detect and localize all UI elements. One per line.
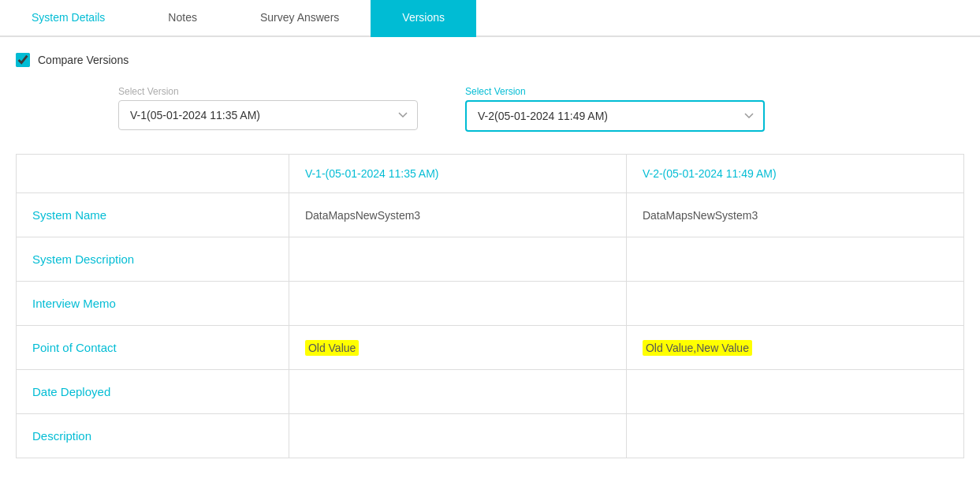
compare-versions-row: Compare Versions	[16, 53, 964, 67]
tab-versions[interactable]: Versions	[371, 0, 476, 37]
table-cell-v1	[289, 282, 626, 326]
table-cell-v1	[289, 414, 626, 458]
compare-versions-checkbox[interactable]	[16, 53, 30, 67]
table-row: Interview Memo	[17, 282, 964, 326]
tab-system-details[interactable]: System Details	[0, 0, 136, 37]
version-selector-1-label: Select Version	[118, 86, 418, 97]
table-row: System NameDataMapsNewSystem3DataMapsNew…	[17, 193, 964, 237]
version-selector-2-label: Select Version	[465, 86, 765, 97]
compare-versions-label: Compare Versions	[38, 54, 129, 66]
table-row: System Description	[17, 237, 964, 282]
version-selector-2[interactable]: V-1(05-01-2024 11:35 AM) V-2(05-01-2024 …	[465, 100, 765, 132]
comparison-table: V-1-(05-01-2024 11:35 AM) V-2-(05-01-202…	[16, 154, 964, 458]
table-col-v2: V-2-(05-01-2024 11:49 AM)	[626, 155, 963, 193]
table-cell-v1	[289, 370, 626, 414]
table-header-row: V-1-(05-01-2024 11:35 AM) V-2-(05-01-202…	[17, 155, 964, 193]
table-cell-label: Interview Memo	[17, 282, 289, 326]
table-cell-label: Description	[17, 414, 289, 458]
table-cell-v2: Old Value,New Value	[626, 326, 963, 370]
tab-bar: System Details Notes Survey Answers Vers…	[0, 0, 980, 37]
table-cell-label: Date Deployed	[17, 370, 289, 414]
table-row: Date Deployed	[17, 370, 964, 414]
table-row: Point of ContactOld ValueOld Value,New V…	[17, 326, 964, 370]
table-cell-v2: DataMapsNewSystem3	[626, 193, 963, 237]
table-cell-v2	[626, 370, 963, 414]
table-cell-label: System Name	[17, 193, 289, 237]
table-cell-v1: Old Value	[289, 326, 626, 370]
tab-survey-answers[interactable]: Survey Answers	[229, 0, 371, 37]
version-selectors-row: Select Version V-1(05-01-2024 11:35 AM) …	[16, 86, 964, 132]
highlight-value: Old Value	[305, 340, 359, 356]
version-selector-2-group: Select Version V-1(05-01-2024 11:35 AM) …	[465, 86, 765, 132]
table-cell-label: Point of Contact	[17, 326, 289, 370]
version-selector-1-group: Select Version V-1(05-01-2024 11:35 AM) …	[118, 86, 418, 132]
table-col-field	[17, 155, 289, 193]
highlight-value: Old Value,New Value	[643, 340, 752, 356]
table-cell-v2	[626, 282, 963, 326]
tab-notes[interactable]: Notes	[136, 0, 229, 37]
table-cell-label: System Description	[17, 237, 289, 282]
table-row: Description	[17, 414, 964, 458]
table-col-v1: V-1-(05-01-2024 11:35 AM)	[289, 155, 626, 193]
table-cell-v1	[289, 237, 626, 282]
version-selector-1[interactable]: V-1(05-01-2024 11:35 AM) V-2(05-01-2024 …	[118, 100, 418, 130]
table-cell-v2	[626, 237, 963, 282]
versions-content: Compare Versions Select Version V-1(05-0…	[0, 37, 980, 474]
table-cell-v2	[626, 414, 963, 458]
table-cell-v1: DataMapsNewSystem3	[289, 193, 626, 237]
